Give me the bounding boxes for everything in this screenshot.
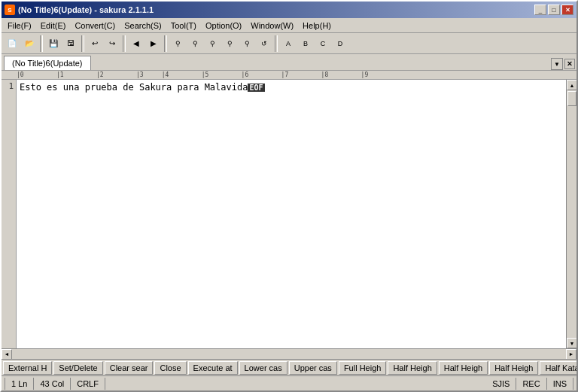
toolbar: 📄 📂 💾 🖫 ↩ ↪ ◀ ▶ ⚲ ⚲ ⚲ ⚲ ⚲ ↺ A B C D <box>2 33 576 54</box>
status-ins: INS <box>547 378 573 390</box>
ruler-marks: |0 |1 |2 |3 |4 |5 |6 |7 |8 |9 <box>17 71 368 78</box>
toolbar-separator-3 <box>123 35 126 52</box>
scroll-down-button[interactable]: ▼ <box>567 338 576 348</box>
tb-btn-c[interactable]: C <box>315 35 331 52</box>
bottom-buttons: External H Set/Delete Clear sear Close E… <box>2 359 576 375</box>
external-h-button[interactable]: External H <box>3 361 52 375</box>
scroll-track-h[interactable] <box>12 349 566 360</box>
active-tab[interactable]: (No Title)6(Update) <box>4 56 91 70</box>
back-button[interactable]: ◀ <box>128 35 144 52</box>
toolbar-separator-2 <box>81 35 84 52</box>
scroll-up-button[interactable]: ▲ <box>567 80 576 90</box>
minimize-button[interactable]: _ <box>534 5 546 15</box>
menu-tool[interactable]: Tool(T) <box>166 19 201 32</box>
status-crlf: CRLF <box>71 378 105 390</box>
line-numbers: 1 <box>2 80 17 348</box>
close-macro-button[interactable]: Close <box>154 361 186 375</box>
search-btn6[interactable]: ↺ <box>256 35 272 52</box>
tb-btn-b[interactable]: B <box>297 35 314 52</box>
status-encoding: SJIS <box>486 378 516 390</box>
undo-button[interactable]: ↩ <box>87 35 103 52</box>
new-button[interactable]: 📄 <box>4 35 20 52</box>
maximize-button[interactable]: □ <box>548 5 560 15</box>
upper-case-button[interactable]: Upper cas <box>289 361 337 375</box>
search-btn4[interactable]: ⚲ <box>221 35 238 52</box>
editor-section: |0 |1 |2 |3 |4 |5 |6 |7 |8 |9 1 Esto es … <box>2 71 576 390</box>
scroll-right-button[interactable]: ► <box>566 349 576 360</box>
toolbar-separator-4 <box>164 35 167 52</box>
editor-text-area[interactable]: Esto es una prueba de Sakura para Malavi… <box>17 80 566 348</box>
scroll-thumb-v[interactable] <box>567 91 576 106</box>
menu-file[interactable]: File(F) <box>3 19 36 32</box>
status-col: 43 Col <box>34 378 71 390</box>
status-rec: REC <box>516 378 546 390</box>
text-line-1: Esto es una prueba de Sakura para Malavi… <box>20 81 563 93</box>
menu-search[interactable]: Search(S) <box>120 19 166 32</box>
title-bar: S (No Title)6(Update) - sakura 2.1.1.1 _… <box>2 2 576 18</box>
menu-convert[interactable]: Convert(C) <box>70 19 120 32</box>
menu-option[interactable]: Option(O) <box>201 19 246 32</box>
app-window: S (No Title)6(Update) - sakura 2.1.1.1 _… <box>0 0 578 392</box>
menu-window[interactable]: Window(W) <box>246 19 298 32</box>
execute-at-button[interactable]: Execute at <box>188 361 238 375</box>
redo-button[interactable]: ↪ <box>104 35 120 52</box>
half-height-1-button[interactable]: Half Heigh <box>388 361 437 375</box>
close-button[interactable]: ✕ <box>561 5 573 15</box>
scroll-track-v[interactable] <box>567 90 576 338</box>
window-controls: _ □ ✕ <box>534 5 573 15</box>
horizontal-scrollbar: ◄ ► <box>2 348 576 359</box>
toolbar-separator-1 <box>40 35 43 52</box>
lower-case-button[interactable]: Lower cas <box>239 361 287 375</box>
tab-scroll-left[interactable]: ▼ <box>551 58 563 70</box>
status-bar: 1 Ln 43 Col CRLF SJIS REC INS <box>2 375 576 390</box>
tab-label: (No Title)6(Update) <box>12 59 83 68</box>
menu-help[interactable]: Help(H) <box>298 19 336 32</box>
editor-body: 1 Esto es una prueba de Sakura para Mala… <box>2 80 576 348</box>
tb-btn-d[interactable]: D <box>332 35 348 52</box>
title-text: (No Title)6(Update) - sakura 2.1.1.1 <box>18 5 154 14</box>
half-height-3-button[interactable]: Half Heigh <box>489 361 538 375</box>
title-bar-left: S (No Title)6(Update) - sakura 2.1.1.1 <box>5 5 154 15</box>
vertical-scrollbar: ▲ ▼ <box>566 80 576 348</box>
search-btn5[interactable]: ⚲ <box>239 35 255 52</box>
ruler: |0 |1 |2 |3 |4 |5 |6 |7 |8 |9 <box>2 71 576 80</box>
half-katak-button[interactable]: Half Katak <box>540 361 576 375</box>
menu-edit[interactable]: Edit(E) <box>36 19 71 32</box>
half-height-2-button[interactable]: Half Heigh <box>439 361 488 375</box>
menu-bar: File(F) Edit(E) Convert(C) Search(S) Too… <box>2 18 576 33</box>
search-btn2[interactable]: ⚲ <box>187 35 203 52</box>
save-all-button[interactable]: 🖫 <box>62 35 79 52</box>
clear-search-button[interactable]: Clear sear <box>105 361 154 375</box>
line-number-1: 1 <box>2 81 14 91</box>
search-btn3[interactable]: ⚲ <box>204 35 221 52</box>
search-btn1[interactable]: ⚲ <box>169 35 186 52</box>
open-button[interactable]: 📂 <box>21 35 38 52</box>
tab-bar: (No Title)6(Update) ▼ ✕ <box>2 54 576 71</box>
scroll-left-button[interactable]: ◄ <box>2 349 12 360</box>
forward-button[interactable]: ▶ <box>145 35 162 52</box>
eof-marker: EOF <box>248 84 264 92</box>
save-button[interactable]: 💾 <box>45 35 62 52</box>
app-icon: S <box>5 5 15 15</box>
status-line: 1 Ln <box>5 378 34 390</box>
tb-btn-a[interactable]: A <box>280 35 297 52</box>
tab-controls: ▼ ✕ <box>551 58 575 70</box>
set-delete-button[interactable]: Set/Delete <box>53 361 102 375</box>
tab-close-button[interactable]: ✕ <box>564 59 575 69</box>
toolbar-separator-5 <box>275 35 278 52</box>
full-height-button[interactable]: Full Heigh <box>339 361 387 375</box>
line-content: Esto es una prueba de Sakura para Malavi… <box>20 82 248 93</box>
